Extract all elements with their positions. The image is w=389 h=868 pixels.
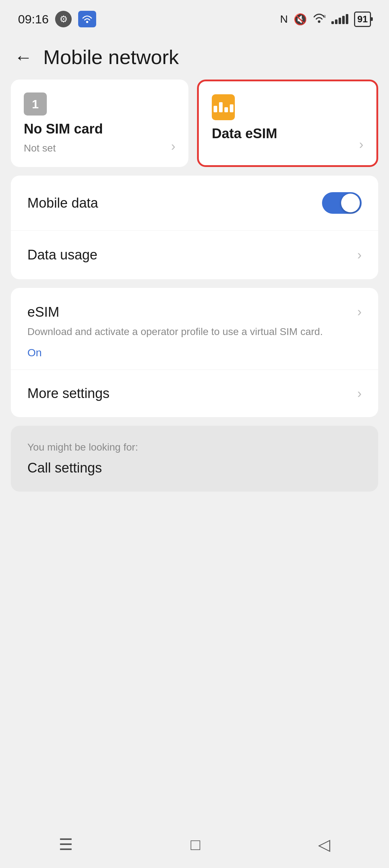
sim1-chevron-icon: › bbox=[171, 139, 175, 154]
cell-signal-icon bbox=[331, 14, 348, 24]
esim-status: On bbox=[27, 347, 349, 359]
sim1-card[interactable]: 1 No SIM card Not set › bbox=[11, 80, 188, 167]
gear-icon: ⚙ bbox=[55, 11, 72, 27]
data-usage-label: Data usage bbox=[27, 247, 97, 263]
toggle-knob bbox=[341, 194, 360, 212]
page-header: ← Mobile network bbox=[0, 31, 389, 80]
esim-title: eSIM bbox=[27, 304, 349, 320]
status-right: N 🔇 R 91 bbox=[280, 12, 371, 27]
content: 1 No SIM card Not set › Data eSIM › Mobi… bbox=[0, 80, 389, 824]
nav-home-icon[interactable]: □ bbox=[191, 836, 200, 854]
battery-icon: 91 bbox=[354, 12, 371, 27]
esim-name: Data eSIM bbox=[212, 126, 363, 141]
esim-row[interactable]: eSIM Download and activate a operator pr… bbox=[11, 288, 378, 370]
time-display: 09:16 bbox=[18, 12, 49, 26]
data-usage-chevron-icon: › bbox=[357, 248, 362, 263]
suggestion-card: You might be looking for: Call settings bbox=[11, 426, 378, 492]
back-button[interactable]: ← bbox=[14, 47, 32, 68]
status-left: 09:16 ⚙ bbox=[18, 11, 96, 27]
sim1-badge: 1 bbox=[24, 92, 47, 116]
esim-settings-card: eSIM Download and activate a operator pr… bbox=[11, 288, 378, 417]
suggestion-header: You might be looking for: bbox=[27, 442, 362, 453]
esim-card-selector[interactable]: Data eSIM › bbox=[197, 80, 378, 167]
page-title: Mobile network bbox=[43, 45, 179, 69]
esim-chevron-icon: › bbox=[359, 137, 363, 152]
svg-point-0 bbox=[86, 21, 88, 23]
bottom-nav: ☰ □ ◁ bbox=[0, 824, 389, 868]
sim1-name: No SIM card bbox=[24, 121, 175, 137]
wifi-signal-icon: R bbox=[313, 13, 326, 26]
esim-badge-icon bbox=[212, 94, 235, 120]
data-settings-card: Mobile data Data usage › bbox=[11, 176, 378, 279]
esim-desc: Download and activate a operator profile… bbox=[27, 324, 349, 339]
data-usage-row[interactable]: Data usage › bbox=[11, 230, 378, 279]
wifi-active-icon bbox=[78, 11, 96, 27]
mute-icon: 🔇 bbox=[294, 13, 307, 26]
mobile-data-label: Mobile data bbox=[27, 195, 98, 211]
esim-settings-chevron-icon: › bbox=[357, 304, 362, 320]
nav-menu-icon[interactable]: ☰ bbox=[59, 835, 73, 854]
status-bar: 09:16 ⚙ N 🔇 R 9 bbox=[0, 0, 389, 31]
svg-text:R: R bbox=[323, 15, 326, 19]
esim-text-block: eSIM Download and activate a operator pr… bbox=[27, 304, 357, 359]
more-settings-row[interactable]: More settings › bbox=[11, 370, 378, 417]
mobile-data-toggle[interactable] bbox=[322, 192, 362, 214]
suggestion-call-settings[interactable]: Call settings bbox=[27, 460, 362, 476]
nfc-icon: N bbox=[280, 13, 288, 25]
more-settings-label: More settings bbox=[27, 386, 109, 401]
esim-bars bbox=[214, 102, 233, 112]
more-settings-chevron-icon: › bbox=[357, 386, 362, 401]
sim1-sub: Not set bbox=[24, 143, 175, 154]
nav-back-icon[interactable]: ◁ bbox=[318, 835, 330, 854]
mobile-data-row[interactable]: Mobile data bbox=[11, 176, 378, 230]
sim-cards-row: 1 No SIM card Not set › Data eSIM › bbox=[11, 80, 378, 167]
svg-point-1 bbox=[318, 20, 321, 23]
